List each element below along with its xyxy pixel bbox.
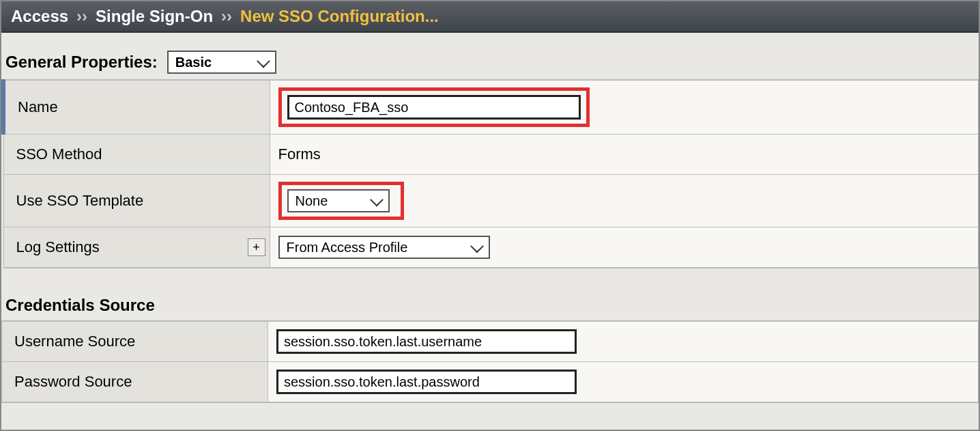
credentials-source-heading: Credentials Source [1,289,979,320]
expand-button[interactable]: + [248,238,265,256]
properties-mode-select[interactable]: Basic [167,51,276,74]
breadcrumb-current: New SSO Configuration... [240,7,439,26]
section-title-label: General Properties: [5,53,158,72]
label-sso-method: SSO Method [3,135,270,175]
log-settings-select[interactable]: From Access Profile [278,236,490,259]
cell-name-value: Contoso_FBA_sso [270,80,979,135]
row-name: Name Contoso_FBA_sso [3,80,979,135]
section-title-label: Credentials Source [5,296,155,315]
label-password-source: Password Source [2,362,268,403]
cell-password-source-value: session.sso.token.last.password [268,362,979,403]
highlight-box: Contoso_FBA_sso [278,87,590,127]
breadcrumb: Access ›› Single Sign-On ›› New SSO Conf… [1,1,979,33]
highlight-box: None [278,182,404,220]
cell-log-settings-value: From Access Profile [270,227,979,268]
cell-username-source-value: session.sso.token.last.username [268,321,979,362]
row-sso-method: SSO Method Forms [3,135,979,175]
sso-template-select[interactable]: None [287,189,390,212]
chevron-right-icon: ›› [221,7,232,26]
cell-sso-template-value: None [270,175,979,227]
username-source-input[interactable]: session.sso.token.last.username [276,329,577,354]
row-password-source: Password Source session.sso.token.last.p… [2,362,979,403]
general-properties-table: Name Contoso_FBA_sso SSO Method Forms Us… [1,79,979,268]
chevron-right-icon: ›› [76,7,87,26]
label-log-settings: Log Settings + [3,227,270,268]
value-sso-method: Forms [270,135,979,175]
name-input[interactable]: Contoso_FBA_sso [287,95,581,120]
general-properties-heading: General Properties: Basic [1,33,979,79]
row-sso-template: Use SSO Template None [3,175,979,227]
row-username-source: Username Source session.sso.token.last.u… [2,321,979,362]
label-name: Name [3,80,270,135]
credentials-source-table: Username Source session.sso.token.last.u… [1,320,979,403]
row-log-settings: Log Settings + From Access Profile [3,227,979,268]
label-username-source: Username Source [2,321,268,362]
label-log-settings-text: Log Settings [16,238,100,255]
label-sso-template: Use SSO Template [3,175,270,227]
breadcrumb-item-access[interactable]: Access [11,7,68,26]
breadcrumb-item-sso[interactable]: Single Sign-On [96,7,213,26]
password-source-input[interactable]: session.sso.token.last.password [276,370,577,394]
